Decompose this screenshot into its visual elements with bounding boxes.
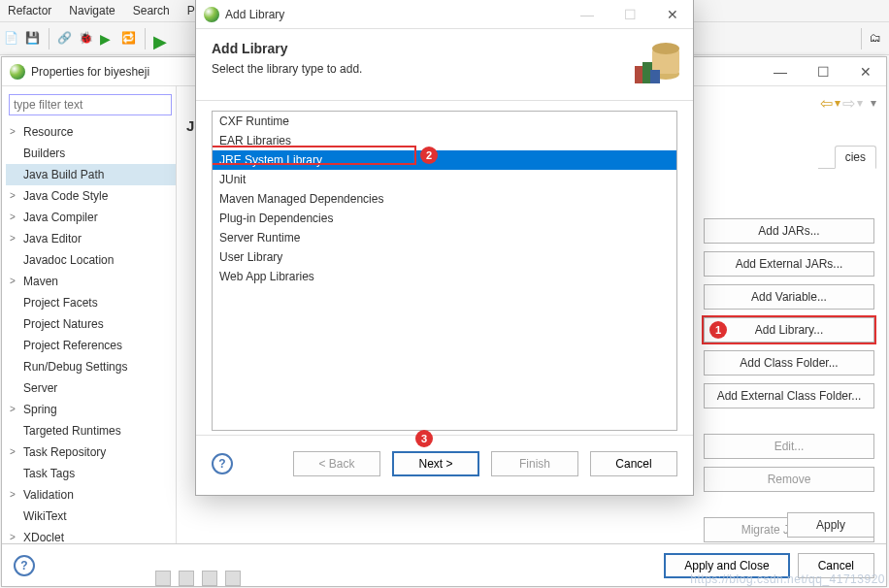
library-list-item[interactable]: CXF Runtime [213,112,676,131]
sidebar-item[interactable]: Server [6,377,176,399]
sidebar-item[interactable]: Project Natures [6,313,176,335]
add-class-folder-button[interactable]: Add Class Folder... [704,350,874,376]
menu-item[interactable]: Search [133,4,170,17]
add-jars-button[interactable]: Add JARs... [704,218,874,244]
coverage-icon[interactable]: 🔁 [121,31,137,47]
callout-2: 2 [420,147,438,164]
dialog-header: Add Library Select the library type to a… [196,29,693,101]
sidebar-item[interactable]: Java Build Path [6,164,176,185]
library-list-item[interactable]: Maven Managed Dependencies [213,189,676,209]
sidebar-item[interactable]: Validation [6,484,176,506]
library-list-item[interactable]: EAR Libraries [213,131,676,150]
library-type-listbox[interactable]: CXF RuntimeEAR LibrariesJRE System Libra… [212,111,677,431]
close-button[interactable]: ✕ [853,64,878,80]
dialog-close[interactable]: ✕ [660,7,685,22]
run-last-icon[interactable]: ▶ [153,31,169,47]
back-dropdown[interactable]: ▾ [835,96,840,110]
save-icon[interactable]: 💾 [25,31,41,47]
dialog-heading: Add Library [212,41,677,56]
status-icon [179,571,194,586]
dialog-help-icon[interactable]: ? [212,453,233,474]
forward-arrow-icon: ⇨ [842,94,855,113]
debug-icon[interactable]: 🐞 [79,31,94,47]
sidebar-item[interactable]: Task Repository [6,441,176,463]
eclipse-icon [10,64,25,80]
help-icon[interactable]: ? [14,555,35,576]
sidebar-item[interactable]: Task Tags [6,463,176,484]
filter-input[interactable] [9,94,172,115]
sidebar-item[interactable]: Builders [6,143,176,164]
library-list-item[interactable]: Plug-in Dependencies [213,209,676,228]
library-list-item[interactable]: User Library [213,247,676,267]
callout-1: 1 [709,321,727,339]
dialog-cancel-button[interactable]: Cancel [590,451,677,476]
library-list-item[interactable]: JUnit [213,170,676,189]
dialog-button-bar: ? < Back Next > 3 Finish Cancel [196,435,693,491]
add-external-class-folder-button[interactable]: Add External Class Folder... [704,383,874,408]
menu-item[interactable]: Navigate [69,4,115,17]
dialog-maximize: ☐ [617,7,642,22]
sidebar-item[interactable]: Targeted Runtimes [6,420,176,441]
status-icon [155,571,171,586]
status-icon [225,571,241,586]
properties-title: Properties for biyesheji [31,65,149,79]
link-icon[interactable]: 🔗 [57,31,73,47]
run-icon[interactable]: ▶ [100,31,115,47]
callout-3: 3 [415,430,433,447]
watermark: https://blog.csdn.net/qq_41713920 [690,572,885,586]
add-variable-button[interactable]: Add Variable... [704,284,874,310]
library-list-item[interactable]: Web App Libraries [213,267,676,286]
menu-icon[interactable]: ▾ [871,96,876,110]
back-arrow-icon[interactable]: ⇦ [820,94,833,113]
dialog-titlebar: Add Library ― ☐ ✕ [196,0,693,29]
status-icon [202,571,217,586]
sidebar-item[interactable]: Project Facets [6,292,176,313]
sidebar-item[interactable]: Java Code Style [6,185,176,207]
new-icon[interactable]: 📄 [4,31,19,47]
sidebar-item[interactable]: Java Compiler [6,207,176,228]
menu-item[interactable]: Refactor [8,4,51,17]
sidebar-item[interactable]: Javadoc Location [6,249,176,271]
dialog-minimize: ― [575,7,600,22]
maximize-button[interactable]: ☐ [810,64,836,80]
dialog-title: Add Library [225,8,284,21]
sidebar-item[interactable]: Maven [6,271,176,292]
status-bar-icons [155,571,241,586]
sidebar-item[interactable]: Resource [6,121,176,143]
svg-point-2 [652,43,679,54]
add-external-jars-button[interactable]: Add External JARs... [704,251,874,277]
dialog-subheading: Select the library type to add. [212,62,677,76]
sidebar-item[interactable]: Project References [6,335,176,356]
library-books-icon [629,35,683,89]
tab-libraries[interactable]: cies [835,146,876,169]
remove-button: Remove [704,467,874,492]
properties-tree[interactable]: ResourceBuildersJava Build PathJava Code… [6,121,176,548]
back-button: < Back [293,451,380,476]
sidebar-item[interactable]: Spring [6,399,176,420]
add-library-dialog: Add Library ― ☐ ✕ Add Library Select the… [195,0,694,496]
eclipse-icon [204,7,219,22]
sidebar-item[interactable]: Java Editor [6,228,176,249]
forward-dropdown: ▾ [857,96,863,110]
apply-button[interactable]: Apply [787,512,874,538]
library-list-item[interactable]: Server Runtime [213,228,676,247]
perspective-icon[interactable]: 🗂 [870,31,885,47]
buildpath-tabs: cies [818,146,876,169]
edit-button: Edit... [704,434,874,459]
next-button[interactable]: Next > [392,451,479,476]
svg-rect-5 [650,70,660,83]
library-list-item[interactable]: JRE System Library [213,150,676,170]
sidebar-item[interactable]: WikiText [6,506,176,527]
sidebar-item[interactable]: Run/Debug Settings [6,356,176,377]
properties-sidebar: ResourceBuildersJava Build PathJava Code… [2,86,177,586]
minimize-button[interactable]: ― [768,64,793,80]
finish-button: Finish [491,451,578,476]
add-library-button[interactable]: Add Library... [704,317,874,343]
